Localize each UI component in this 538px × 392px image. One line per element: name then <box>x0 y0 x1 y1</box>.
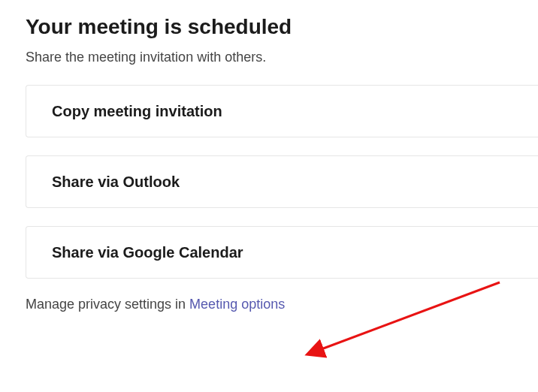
svg-line-1 <box>319 282 500 350</box>
copy-invitation-label: Copy meeting invitation <box>52 103 222 120</box>
annotation-arrow-icon <box>304 278 515 360</box>
page-subtitle: Share the meeting invitation with others… <box>26 50 538 65</box>
footer-prefix: Manage privacy settings in <box>26 297 189 312</box>
share-google-label: Share via Google Calendar <box>52 244 243 261</box>
meeting-options-link[interactable]: Meeting options <box>189 297 285 312</box>
copy-invitation-button[interactable]: Copy meeting invitation <box>26 85 538 137</box>
page-title: Your meeting is scheduled <box>26 15 538 39</box>
share-google-button[interactable]: Share via Google Calendar <box>26 226 538 279</box>
share-outlook-button[interactable]: Share via Outlook <box>26 155 538 208</box>
privacy-settings-text: Manage privacy settings in Meeting optio… <box>26 297 538 312</box>
share-outlook-label: Share via Outlook <box>52 173 180 191</box>
